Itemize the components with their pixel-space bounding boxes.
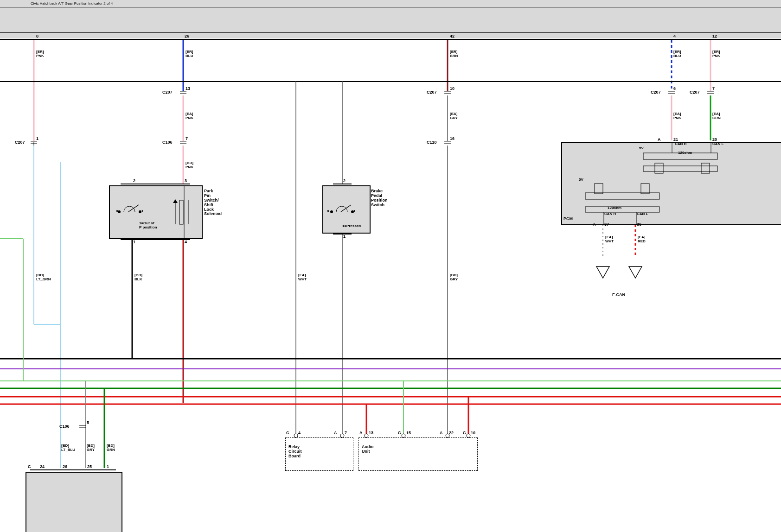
sw-off: 0 xyxy=(116,209,118,214)
pin: 25 xyxy=(87,465,92,469)
pin-letter: A xyxy=(440,431,443,436)
svg-marker-54 xyxy=(173,199,178,203)
wire-col: WHT xyxy=(605,240,614,244)
block-title: Brake Pedal Position Switch xyxy=(371,189,388,208)
svg-point-45 xyxy=(402,434,405,437)
pcm-block xyxy=(561,142,781,225)
conn-pin: 1 xyxy=(36,137,38,141)
pin: 22 xyxy=(449,431,454,436)
bottom-connector-block xyxy=(26,472,122,532)
pin: 12 xyxy=(712,34,717,39)
wire-col: PNK xyxy=(712,54,720,58)
resistor: 120ohm xyxy=(608,206,621,210)
pcm-title: PCM xyxy=(563,217,573,222)
pin: 37 xyxy=(604,222,609,227)
note: 1=Out of P position xyxy=(139,222,157,230)
canh: CAN H xyxy=(675,142,686,146)
block-title: Relay Circuit Board xyxy=(288,445,302,459)
conn: C207 xyxy=(15,140,25,145)
pin: 4 xyxy=(185,240,187,245)
pin-letter: C xyxy=(286,431,289,436)
pin: 4 xyxy=(673,34,676,39)
wire-col: BLU xyxy=(186,54,193,58)
svg-rect-67 xyxy=(655,163,663,173)
pin: 8 xyxy=(36,34,38,39)
svg-marker-41 xyxy=(629,266,642,278)
conn-pin: 10 xyxy=(450,87,455,91)
svg-rect-70 xyxy=(641,184,649,194)
svg-rect-69 xyxy=(595,184,603,194)
conn-pin: 16 xyxy=(450,137,455,141)
pin: 21 xyxy=(673,138,678,142)
pin-letter: A xyxy=(334,431,337,436)
sw-on: 1 xyxy=(353,209,355,214)
v5: 5V xyxy=(579,178,583,182)
pin: 26 xyxy=(63,465,67,469)
wire-col: BLK xyxy=(134,278,142,282)
park-pin-switch-block xyxy=(109,185,203,239)
hline xyxy=(333,184,352,184)
pin: 1 xyxy=(107,465,109,469)
park-switch-symbol xyxy=(110,186,202,238)
pin: 20 xyxy=(712,138,717,142)
block-title: Audio Unit xyxy=(362,445,374,454)
conn: C110 xyxy=(427,140,437,145)
conn: C207 xyxy=(427,90,437,95)
conn-pin: 13 xyxy=(186,87,190,91)
canh: CAN H xyxy=(604,212,616,216)
wire-col: PNK xyxy=(673,116,681,120)
svg-rect-60 xyxy=(643,166,717,171)
conn: C207 xyxy=(162,90,173,95)
pin-letter: A xyxy=(359,431,363,436)
svg-point-56 xyxy=(330,210,333,213)
pin: 4 xyxy=(298,431,301,436)
resistor: 120ohm xyxy=(678,151,692,155)
pin: 24 xyxy=(40,465,45,469)
wire-col: BRN xyxy=(450,54,458,58)
pin: 2 xyxy=(343,179,346,184)
svg-point-47 xyxy=(467,434,470,437)
pin: 10 xyxy=(471,431,475,436)
wire-col: WHT xyxy=(298,278,307,282)
pin-letter: C xyxy=(398,431,401,436)
wire-col: GRY xyxy=(450,278,458,282)
conn: C106 xyxy=(59,424,70,429)
hline xyxy=(333,234,352,234)
wire-col: PNK xyxy=(186,165,193,170)
conn-pin: 5 xyxy=(87,421,89,425)
pcm-internals xyxy=(562,143,781,224)
pin-letter: C xyxy=(463,431,466,436)
pin: 15 xyxy=(406,431,411,436)
pin: 2 xyxy=(133,179,135,184)
pin-letter: A xyxy=(658,138,661,142)
canl: CAN L xyxy=(712,142,723,146)
wire-col: PNK xyxy=(186,116,193,120)
svg-rect-52 xyxy=(179,200,183,224)
pin: 1 xyxy=(343,234,346,239)
wire-col: BLU xyxy=(673,54,681,58)
audio-unit-block xyxy=(358,437,478,471)
hline xyxy=(121,239,190,240)
sw-on: 1 xyxy=(141,209,143,214)
wire-col: LT_GRN xyxy=(36,278,51,282)
svg-rect-68 xyxy=(701,163,710,173)
pin: 7 xyxy=(345,431,347,436)
wiring-diagram-page: Civic Hatchback A/T Gear Position Indica… xyxy=(0,0,781,532)
wire-col: RED xyxy=(638,240,646,244)
canl: CAN L xyxy=(637,212,648,216)
wire-col: GRN xyxy=(107,448,115,452)
v5: 5V xyxy=(639,146,644,151)
hline xyxy=(30,469,116,470)
pin-letter: A xyxy=(593,222,596,227)
conn: C207 xyxy=(651,90,661,95)
block-title: Park Pin Switch/ Shift Lock Solenoid xyxy=(204,189,222,216)
pin: 36 xyxy=(637,222,641,227)
conn: C106 xyxy=(162,140,173,145)
fcan-label: F-CAN xyxy=(612,293,625,298)
conn: C207 xyxy=(690,90,700,95)
pin: 26 xyxy=(185,34,189,39)
conn-pin: 7 xyxy=(186,137,188,141)
svg-point-43 xyxy=(340,434,344,437)
conn-pin: 6 xyxy=(673,87,676,91)
svg-marker-40 xyxy=(596,266,609,278)
